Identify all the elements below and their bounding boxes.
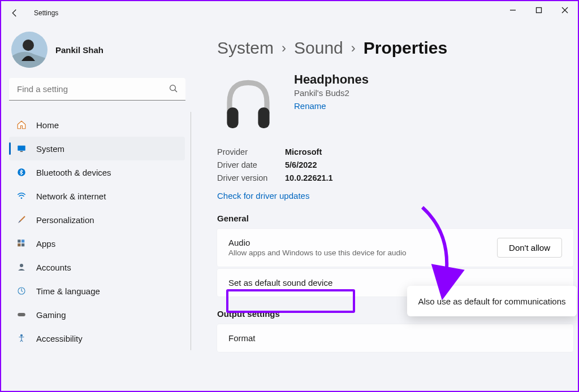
back-button[interactable]	[6, 4, 24, 22]
maximize-button[interactable]	[526, 1, 552, 19]
breadcrumb-sound[interactable]: Sound	[294, 38, 343, 58]
nav-label: Network & internet	[36, 191, 106, 201]
svg-point-16	[20, 264, 23, 267]
audio-card-subtitle: Allow apps and Windows to use this devic…	[228, 249, 406, 257]
person-icon	[16, 262, 27, 273]
svg-point-19	[21, 334, 23, 336]
apps-icon	[16, 238, 27, 249]
nav-item-accounts[interactable]: Accounts	[9, 255, 185, 279]
dont-allow-button[interactable]: Don't allow	[497, 238, 562, 258]
svg-rect-12	[18, 239, 20, 242]
nav-item-gaming[interactable]: Gaming	[9, 303, 185, 326]
default-device-label: Set as default sound device	[228, 278, 332, 288]
nav-item-personalization[interactable]: Personalization	[9, 208, 185, 232]
svg-rect-14	[18, 243, 20, 246]
device-subtitle: Pankil's Buds2	[294, 88, 369, 98]
chevron-right-icon: ›	[282, 40, 286, 56]
profile-name: Pankil Shah	[55, 45, 103, 55]
nav-item-bluetooth[interactable]: Bluetooth & devices	[9, 160, 185, 184]
search-box[interactable]	[9, 78, 185, 101]
headphones-icon	[217, 72, 279, 137]
minimize-button[interactable]	[500, 1, 526, 19]
svg-rect-21	[258, 107, 269, 128]
nav-label: Accounts	[36, 263, 71, 272]
svg-point-6	[170, 85, 176, 91]
nav-label: Accessibility	[36, 334, 83, 343]
rename-link[interactable]: Rename	[294, 101, 326, 111]
device-header: Headphones Pankil's Buds2 Rename	[217, 72, 578, 137]
svg-point-5	[23, 40, 34, 51]
svg-rect-13	[21, 239, 24, 242]
gamepad-icon	[16, 309, 27, 320]
svg-line-7	[175, 90, 177, 92]
nav-item-system[interactable]: System	[9, 137, 185, 160]
provider-label: Provider	[217, 146, 285, 159]
search-icon	[168, 84, 179, 96]
check-updates-link[interactable]: Check for driver updates	[217, 191, 309, 201]
breadcrumb-system[interactable]: System	[217, 38, 274, 58]
nav-item-apps[interactable]: Apps	[9, 232, 185, 255]
svg-rect-1	[537, 8, 542, 13]
search-input[interactable]	[9, 78, 185, 101]
driver-date-value: 5/6/2022	[285, 159, 317, 172]
popup-label: Also use as default for communications	[418, 297, 566, 306]
driver-specs: ProviderMicrosoft Driver date5/6/2022 Dr…	[217, 146, 578, 185]
driver-version-value: 10.0.22621.1	[285, 172, 333, 185]
profile-block[interactable]: Pankil Shah	[11, 32, 185, 68]
nav-list: Home System Bluetooth & devices Network …	[9, 112, 191, 350]
nav-label: System	[36, 144, 64, 154]
avatar	[11, 32, 47, 68]
nav-item-home[interactable]: Home	[9, 113, 185, 137]
titlebar: Settings	[1, 1, 578, 25]
main-content: System › Sound › Properties Headphones P…	[193, 25, 578, 391]
wifi-icon	[16, 190, 27, 202]
nav-label: Personalization	[36, 215, 94, 225]
svg-rect-18	[18, 313, 25, 316]
svg-rect-9	[20, 151, 23, 153]
audio-card: Audio Allow apps and Windows to use this…	[217, 229, 573, 267]
nav-item-network[interactable]: Network & internet	[9, 184, 185, 208]
default-communications-option[interactable]: Also use as default for communications	[407, 286, 577, 316]
svg-point-11	[21, 197, 23, 199]
home-icon	[16, 119, 27, 130]
nav-item-time[interactable]: Time & language	[9, 279, 185, 303]
accessibility-icon	[16, 333, 27, 344]
annotation-highlight-box	[226, 289, 355, 313]
driver-version-label: Driver version	[217, 172, 285, 185]
close-button[interactable]	[552, 1, 578, 19]
device-name: Headphones	[294, 72, 369, 87]
chevron-right-icon: ›	[351, 40, 356, 56]
svg-rect-20	[227, 107, 238, 128]
clock-globe-icon	[16, 285, 27, 297]
system-icon	[16, 143, 27, 154]
nav-label: Home	[36, 120, 59, 130]
format-card[interactable]: Format	[217, 324, 573, 352]
driver-date-label: Driver date	[217, 159, 285, 172]
bluetooth-icon	[16, 167, 27, 178]
svg-rect-8	[18, 146, 25, 151]
format-card-title: Format	[228, 333, 256, 343]
nav-label: Time & language	[36, 286, 100, 296]
svg-rect-15	[21, 243, 24, 246]
provider-value: Microsoft	[285, 146, 322, 159]
window-controls	[500, 1, 578, 19]
nav-label: Bluetooth & devices	[36, 168, 111, 177]
audio-card-title: Audio	[228, 238, 406, 247]
breadcrumb: System › Sound › Properties	[217, 38, 578, 58]
breadcrumb-properties: Properties	[364, 38, 447, 58]
nav-label: Apps	[36, 239, 55, 249]
device-info: Headphones Pankil's Buds2 Rename	[294, 72, 369, 111]
window-title: Settings	[34, 9, 58, 17]
nav-item-accessibility[interactable]: Accessibility	[9, 326, 185, 350]
general-section-title: General	[217, 214, 578, 223]
sidebar: Pankil Shah Home System Bluetooth & devi…	[1, 25, 193, 391]
brush-icon	[16, 214, 27, 225]
nav-label: Gaming	[36, 310, 66, 320]
